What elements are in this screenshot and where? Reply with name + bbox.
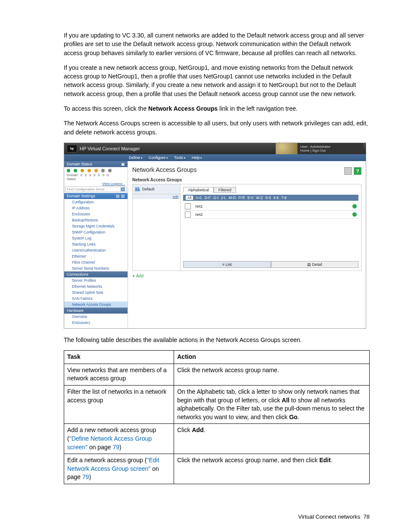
domain-settings-header[interactable]: Domain Settings ▤ ▤ [64,193,128,199]
group-icon [134,186,140,192]
tab-alphabetical[interactable]: Alphabetical [183,187,214,193]
user-links[interactable]: Home | Sign Out [300,149,361,152]
domain-status-header: Domain Status ▣ [64,161,128,167]
svg-point-0 [135,187,137,189]
nav-item[interactable]: Enclosures [64,211,128,217]
status-ok-icon [352,204,357,208]
status-ok-icon [67,169,70,172]
alpha-filter[interactable]: M-O [229,196,236,200]
task-cell: Filter the list of networks in a network… [64,386,174,424]
network-name: net1 [195,204,203,208]
network-rows: net1net2 [183,202,358,219]
menu-tools[interactable]: Tools [174,156,186,160]
tab-filtered[interactable]: Filtered [214,187,236,193]
edit-link[interactable]: edit [133,194,180,199]
alpha-filter[interactable]: 0-3 [265,196,271,200]
alpha-filter[interactable]: J-L [221,196,226,200]
view-detail-tab[interactable]: ▤ Detail [271,261,359,268]
nav-item[interactable]: Network Access Groups [64,302,128,308]
nav-item[interactable]: Server Serial Numbers [64,265,128,271]
action-cell: Click the network access group name. [174,364,370,385]
network-name: net2 [195,212,203,217]
user-area: User : Administrator Home | Sign Out [297,143,363,154]
doc-link[interactable]: "Edit Network Access Group screen" [67,457,159,472]
p3-bold: Network Access Groups [148,105,218,112]
status-unknown-icon [108,169,112,172]
doc-link[interactable]: "Define Network Access Group screen" [67,435,152,451]
nav-item[interactable]: Enclosure1 [64,320,128,326]
status-icons-row [64,167,128,173]
network-row[interactable]: net2 [183,211,358,219]
connections-header[interactable]: Connections [64,271,128,277]
status-warn-icon [81,169,84,172]
collapse-icon[interactable]: ▣ [121,162,125,166]
nav-item[interactable]: System Log [64,235,128,241]
alpha-filter[interactable]: D-F [205,196,211,200]
footer-section: Virtual Connect networks [298,513,360,520]
nav-item[interactable]: Configuration [64,199,128,205]
svg-rect-2 [135,189,140,191]
action-cell: Click Add. [174,424,370,454]
actions-table: Task Action View networks that are membe… [64,350,370,484]
menu-help[interactable]: Help [192,156,202,160]
main-panel: Network Access Groups ? Network Access G… [128,161,366,328]
nav-item[interactable]: Users/Authentication [64,247,128,253]
print-icon[interactable] [344,167,352,175]
p3-pre: To access this screen, click the [64,105,148,112]
alpha-filter[interactable]: All [186,196,193,200]
status-unknown-icon [101,169,105,172]
view-list-tab[interactable]: ≡ List [183,261,271,268]
user-label: User : Administrator [300,145,361,149]
nav-item[interactable]: Ethernet Networks [64,283,128,289]
alpha-filter[interactable]: S-V [247,196,253,200]
app-title: HP Virtual Connect Manager [80,146,140,151]
action-cell: On the Alphabetic tab, click a letter to… [174,386,370,424]
nav-item[interactable]: Server Profiles [64,277,128,283]
nav-item[interactable]: Fibre Channel [64,259,128,265]
alpha-filter[interactable]: 4-6 [273,196,278,200]
left-nav: Domain Status ▣ Domain0000000 Status Vie… [64,161,128,328]
network-icon [185,203,191,209]
alpha-filter[interactable]: W-Z [256,196,263,200]
domain-status-sublabel: Status [64,177,128,182]
nav-item[interactable]: SAN Fabrics [64,296,128,302]
nav-item[interactable]: SNMP Configuration [64,229,128,235]
help-icon[interactable]: ? [354,167,361,175]
nav-item[interactable]: Backup/Restore [64,217,128,223]
paragraph-5: The following table describes the availa… [64,336,370,344]
nav-item[interactable]: Shared Uplink Sets [64,289,128,296]
alpha-filter[interactable]: P-R [238,196,245,200]
nav-list: ConfigurationIP AddressEnclosuresBackup/… [64,199,128,271]
alpha-filter[interactable]: G-I [213,196,218,200]
group-default-row[interactable]: Default [133,184,180,194]
status-ok-icon [74,169,77,172]
task-cell: Add a new network access group ("Define … [64,424,174,454]
alpha-filter[interactable]: 7-9 [281,196,286,200]
nav-item[interactable]: Ethernet [64,253,128,259]
app-screenshot: hp HP Virtual Connect Manager User : Adm… [64,143,366,329]
hw-list: OverviewEnclosure1 [64,314,128,326]
menubar: Define Configure Tools Help [64,154,366,161]
view-tabs: ≡ List ▤ Detail [183,261,358,268]
th-task: Task [64,351,174,364]
svg-point-1 [137,187,140,189]
network-row[interactable]: net1 [183,202,358,211]
paragraph-2: If you create a new network access group… [64,63,370,98]
menu-configure[interactable]: Configure [149,156,168,160]
doc-link[interactable]: 79 [82,473,89,480]
status-warn-icon [87,169,91,172]
alpha-filter[interactable]: A-C [196,196,202,200]
find-go-button[interactable]: › [121,187,125,191]
find-items-input[interactable]: Find Configuration Items... › [65,187,127,192]
add-link[interactable]: Add [132,274,143,278]
nav-item[interactable]: Storage Mgmt Credentials [64,223,128,229]
nav-item[interactable]: Stacking Links [64,241,128,247]
nav-item[interactable]: IP Address [64,205,128,211]
doc-link[interactable]: 79 [112,444,119,451]
hardware-header[interactable]: Hardware [64,308,128,314]
menu-define[interactable]: Define [129,156,143,160]
view-legend-link[interactable]: View Legend... [64,182,128,187]
nav-item[interactable]: Overview [64,314,128,320]
expand-icon: ▤ ▤ [116,194,125,198]
find-placeholder: Find Configuration Items... [67,187,107,191]
